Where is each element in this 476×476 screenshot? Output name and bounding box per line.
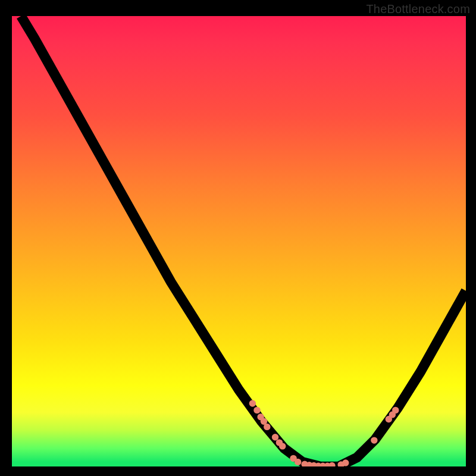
data-point (279, 443, 286, 449)
data-point (295, 459, 301, 465)
data-point (264, 424, 270, 430)
watermark-label: TheBottleneck.com (366, 2, 470, 16)
data-point (392, 407, 399, 414)
data-point (249, 400, 256, 406)
bottleneck-curve (21, 16, 466, 466)
chart-plot-area (12, 16, 466, 466)
data-point (371, 437, 377, 443)
data-point (253, 407, 260, 414)
chart-svg (12, 16, 466, 466)
data-point (272, 434, 278, 440)
data-point (342, 459, 349, 466)
